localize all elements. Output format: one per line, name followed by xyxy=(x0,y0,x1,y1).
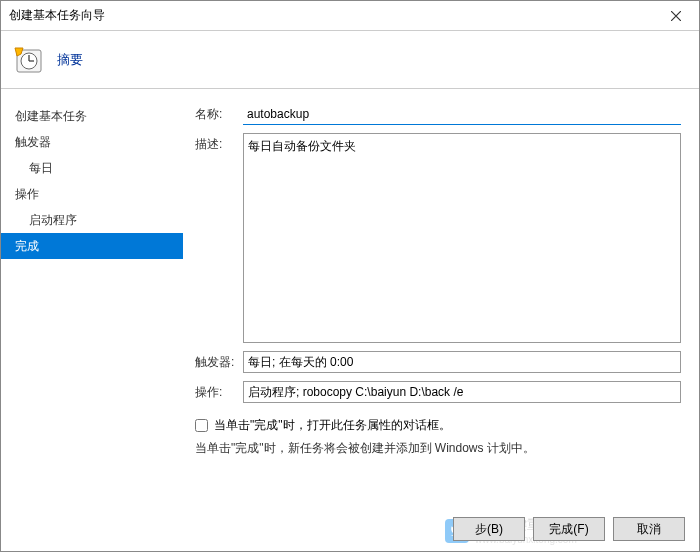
action-field[interactable] xyxy=(243,381,681,403)
close-icon xyxy=(671,11,681,21)
titlebar: 创建基本任务向导 xyxy=(1,1,699,31)
wizard-body: 创建基本任务 触发器 每日 操作 启动程序 完成 名称: 描述: 每日自动备份文… xyxy=(1,89,699,489)
back-button[interactable]: 步(B) xyxy=(453,517,525,541)
wizard-icon xyxy=(13,44,45,76)
sidebar-item-startprogram[interactable]: 启动程序 xyxy=(1,207,183,233)
desc-textarea[interactable]: 每日自动备份文件夹 xyxy=(243,133,681,343)
trigger-field[interactable] xyxy=(243,351,681,373)
window-title: 创建基本任务向导 xyxy=(1,7,653,24)
sidebar-item-create[interactable]: 创建基本任务 xyxy=(1,103,183,129)
finish-button[interactable]: 完成(F) xyxy=(533,517,605,541)
content-pane: 名称: 描述: 每日自动备份文件夹 触发器: 操作: 当单击"完成"时，打开此任… xyxy=(183,89,699,489)
page-title: 摘要 xyxy=(57,51,83,69)
sidebar-item-trigger[interactable]: 触发器 xyxy=(1,129,183,155)
footer-buttons: 步(B) 完成(F) 取消 xyxy=(453,517,685,541)
sidebar: 创建基本任务 触发器 每日 操作 启动程序 完成 xyxy=(1,89,183,489)
info-text: 当单击"完成"时，新任务将会被创建并添加到 Windows 计划中。 xyxy=(195,440,681,457)
action-label: 操作: xyxy=(195,381,243,401)
close-button[interactable] xyxy=(653,1,699,31)
desc-label: 描述: xyxy=(195,133,243,153)
sidebar-item-finish[interactable]: 完成 xyxy=(1,233,183,259)
open-properties-label: 当单击"完成"时，打开此任务属性的对话框。 xyxy=(214,417,451,434)
name-label: 名称: xyxy=(195,103,243,123)
name-input[interactable] xyxy=(243,103,681,125)
trigger-label: 触发器: xyxy=(195,351,243,371)
sidebar-item-action[interactable]: 操作 xyxy=(1,181,183,207)
sidebar-item-daily[interactable]: 每日 xyxy=(1,155,183,181)
open-properties-checkbox[interactable] xyxy=(195,419,208,432)
wizard-header: 摘要 xyxy=(1,31,699,89)
cancel-button[interactable]: 取消 xyxy=(613,517,685,541)
